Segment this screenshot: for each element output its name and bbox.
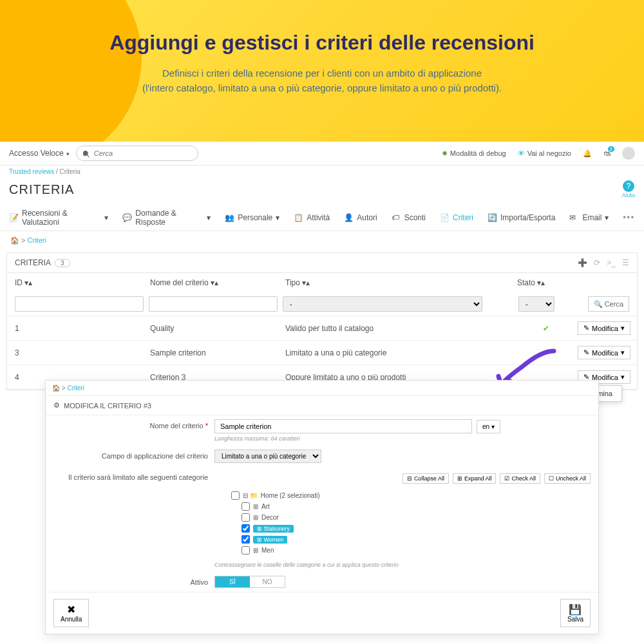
tab-staff[interactable]: 👥Personale ▾ xyxy=(225,213,279,222)
tab-discounts[interactable]: 🏷Sconti xyxy=(392,213,426,222)
filter-id[interactable] xyxy=(15,296,144,312)
check-icon: ✔ xyxy=(543,348,549,357)
breadcrumb: Trusted reviews / Criteria xyxy=(0,166,644,178)
cat-checkbox[interactable] xyxy=(242,502,250,511)
category-tree: ⊟ 📁 Home (2 selezionati) ⊞ Art ⊞ Decor ⊞… xyxy=(214,486,591,560)
search-button[interactable]: 🔍 Cerca xyxy=(588,296,629,312)
cat-checkbox[interactable] xyxy=(242,513,250,522)
tab-activity[interactable]: 📋Attività xyxy=(294,213,330,222)
filter-type[interactable]: - xyxy=(283,296,482,312)
filter-name[interactable] xyxy=(149,296,278,312)
tab-bar: 📝Recensioni & Valutazioni ▾ 💬Domande & R… xyxy=(0,205,644,231)
tab-authors[interactable]: 👤Autori xyxy=(344,213,377,222)
view-shop[interactable]: 👁Vai al negozio xyxy=(518,149,571,157)
debug-mode[interactable]: ✹Modalità di debug xyxy=(442,149,506,158)
panel-title: CRITERIA xyxy=(15,258,51,267)
cancel-button[interactable]: ✖Annulla xyxy=(53,599,89,627)
promo-sub2: (l'intero catalogo, limitato a una o più… xyxy=(0,81,644,96)
help-button[interactable]: ?Aiuto xyxy=(621,180,635,198)
home-icon[interactable]: 🏠 xyxy=(10,236,19,244)
avatar-icon[interactable] xyxy=(622,147,635,160)
uncheck-all-button[interactable]: ☐ Uncheck All xyxy=(544,473,591,484)
edit-button[interactable]: ✎ Modifica ▾ xyxy=(578,346,630,359)
lang-button[interactable]: en ▾ xyxy=(477,420,500,433)
cat-checkbox[interactable] xyxy=(231,491,240,500)
active-toggle[interactable]: SÌ NO xyxy=(214,576,285,588)
filter-state[interactable]: - xyxy=(518,296,554,312)
criteria-panel: CRITERIA 3 ➕ ⟳ >_ ☰ ID ▾▴ Nome del crite… xyxy=(6,252,638,390)
check-all-button[interactable]: ☑ Check All xyxy=(500,473,540,484)
promo-title: Aggiungi e gestisci i criteri delle rece… xyxy=(0,31,644,55)
promo-banner: Aggiungi e gestisci i criteri delle rece… xyxy=(0,0,644,142)
collapse-all-button[interactable]: ⊟ Collapse All xyxy=(402,473,449,484)
tab-criteria[interactable]: 📄Criteri xyxy=(440,213,473,222)
cat-checkbox[interactable] xyxy=(242,535,250,544)
add-icon[interactable]: ➕ xyxy=(578,258,587,267)
table-row[interactable]: 1 Quality Valido per tutto il catalogo ✔… xyxy=(7,316,637,341)
quick-access[interactable]: Accesso Veloce▾ xyxy=(9,149,70,158)
gear-icon: ⚙ xyxy=(53,401,60,410)
scope-select[interactable]: Limitato a una o più categorie xyxy=(214,450,321,463)
tabs-overflow[interactable]: ••• xyxy=(623,213,635,222)
db-icon[interactable]: ☰ xyxy=(622,258,629,267)
tab-qa[interactable]: 💬Domande & Risposte ▾ xyxy=(122,209,211,227)
check-icon: ✔ xyxy=(543,324,549,333)
search-icon xyxy=(83,150,90,157)
promo-sub1: Definisci i criteri della recensione per… xyxy=(0,66,644,81)
bell-icon[interactable]: 🔔 xyxy=(583,149,592,158)
home-icon[interactable]: 🏠 xyxy=(52,384,60,392)
cart-icon[interactable]: 🛍2 xyxy=(603,149,611,157)
bc-parent[interactable]: Trusted reviews xyxy=(9,168,54,175)
refresh-icon[interactable]: ⟳ xyxy=(594,258,600,267)
edit-button[interactable]: ✎ Modifica ▾ xyxy=(578,321,630,335)
tab-email[interactable]: ✉Email ▾ xyxy=(569,213,609,222)
cat-checkbox[interactable] xyxy=(242,546,250,554)
criterion-name-input[interactable] xyxy=(214,419,472,433)
sql-icon[interactable]: >_ xyxy=(607,258,616,267)
search-box[interactable] xyxy=(76,146,198,161)
topbar: Accesso Veloce▾ ✹Modalità di debug 👁Vai … xyxy=(0,142,644,166)
tab-reviews[interactable]: 📝Recensioni & Valutazioni ▾ xyxy=(9,209,108,227)
page-title: CRITERIA xyxy=(9,182,74,197)
save-button[interactable]: 💾Salva xyxy=(560,599,591,627)
count-badge: 3 xyxy=(55,259,70,267)
table-row[interactable]: 3 Sample criterion Limitato a una o più … xyxy=(7,341,637,365)
cat-checkbox[interactable] xyxy=(242,524,250,533)
edit-modal: 🏠 > Criteri ⚙ MODIFICA IL CRITERIO #3 No… xyxy=(45,380,599,634)
modal-title: ⚙ MODIFICA IL CRITERIO #3 xyxy=(46,395,598,415)
tab-import[interactable]: 🔄Importa/Esporta xyxy=(488,213,555,222)
expand-all-button[interactable]: ⊞ Expand All xyxy=(453,473,497,484)
search-input[interactable] xyxy=(90,147,187,159)
sub-breadcrumb: 🏠 > Criteri xyxy=(0,231,644,250)
